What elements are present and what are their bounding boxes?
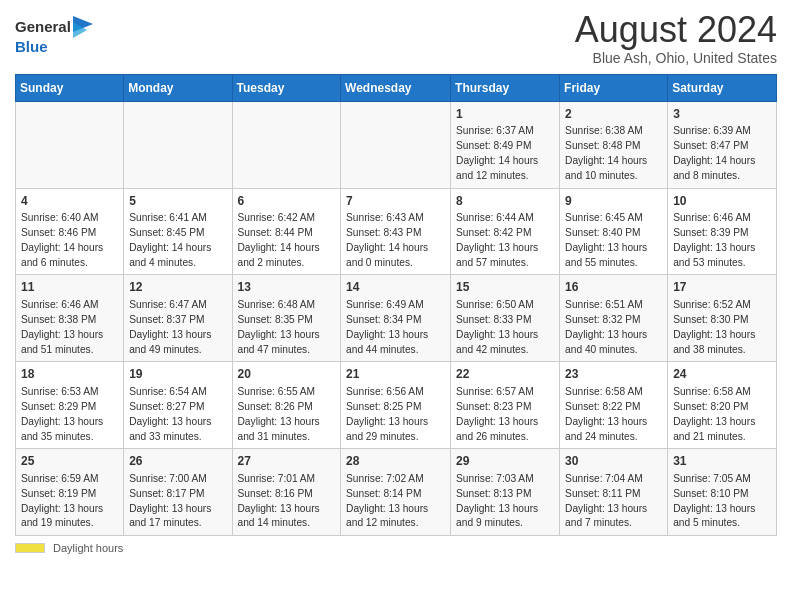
calendar-cell: 4Sunrise: 6:40 AM Sunset: 8:46 PM Daylig…	[16, 188, 124, 275]
calendar-table: SundayMondayTuesdayWednesdayThursdayFrid…	[15, 74, 777, 537]
day-info: Sunrise: 6:47 AM Sunset: 8:37 PM Dayligh…	[129, 298, 226, 357]
day-number: 26	[129, 453, 226, 470]
logo: General Blue	[15, 16, 93, 56]
calendar-cell: 1Sunrise: 6:37 AM Sunset: 8:49 PM Daylig…	[451, 101, 560, 188]
day-info: Sunrise: 6:52 AM Sunset: 8:30 PM Dayligh…	[673, 298, 771, 357]
day-info: Sunrise: 7:01 AM Sunset: 8:16 PM Dayligh…	[238, 472, 336, 531]
day-number: 22	[456, 366, 554, 383]
calendar-cell: 23Sunrise: 6:58 AM Sunset: 8:22 PM Dayli…	[560, 362, 668, 449]
day-info: Sunrise: 7:05 AM Sunset: 8:10 PM Dayligh…	[673, 472, 771, 531]
calendar-cell: 19Sunrise: 6:54 AM Sunset: 8:27 PM Dayli…	[124, 362, 232, 449]
day-info: Sunrise: 6:46 AM Sunset: 8:38 PM Dayligh…	[21, 298, 118, 357]
day-number: 18	[21, 366, 118, 383]
day-number: 23	[565, 366, 662, 383]
day-number: 29	[456, 453, 554, 470]
day-info: Sunrise: 6:45 AM Sunset: 8:40 PM Dayligh…	[565, 211, 662, 270]
day-info: Sunrise: 6:48 AM Sunset: 8:35 PM Dayligh…	[238, 298, 336, 357]
day-number: 28	[346, 453, 445, 470]
day-number: 2	[565, 106, 662, 123]
page-title: August 2024	[575, 10, 777, 50]
calendar-cell: 14Sunrise: 6:49 AM Sunset: 8:34 PM Dayli…	[341, 275, 451, 362]
day-info: Sunrise: 6:58 AM Sunset: 8:20 PM Dayligh…	[673, 385, 771, 444]
day-info: Sunrise: 6:43 AM Sunset: 8:43 PM Dayligh…	[346, 211, 445, 270]
logo-blue-text: Blue	[15, 38, 48, 55]
calendar-week-row: 1Sunrise: 6:37 AM Sunset: 8:49 PM Daylig…	[16, 101, 777, 188]
calendar-cell	[124, 101, 232, 188]
day-info: Sunrise: 6:41 AM Sunset: 8:45 PM Dayligh…	[129, 211, 226, 270]
day-number: 31	[673, 453, 771, 470]
calendar-cell: 18Sunrise: 6:53 AM Sunset: 8:29 PM Dayli…	[16, 362, 124, 449]
calendar-cell: 22Sunrise: 6:57 AM Sunset: 8:23 PM Dayli…	[451, 362, 560, 449]
day-info: Sunrise: 6:53 AM Sunset: 8:29 PM Dayligh…	[21, 385, 118, 444]
day-info: Sunrise: 6:55 AM Sunset: 8:26 PM Dayligh…	[238, 385, 336, 444]
day-number: 16	[565, 279, 662, 296]
calendar-week-row: 18Sunrise: 6:53 AM Sunset: 8:29 PM Dayli…	[16, 362, 777, 449]
calendar-day-header: Wednesday	[341, 74, 451, 101]
day-info: Sunrise: 6:54 AM Sunset: 8:27 PM Dayligh…	[129, 385, 226, 444]
calendar-cell: 7Sunrise: 6:43 AM Sunset: 8:43 PM Daylig…	[341, 188, 451, 275]
day-info: Sunrise: 6:51 AM Sunset: 8:32 PM Dayligh…	[565, 298, 662, 357]
calendar-day-header: Tuesday	[232, 74, 341, 101]
day-number: 19	[129, 366, 226, 383]
day-info: Sunrise: 6:59 AM Sunset: 8:19 PM Dayligh…	[21, 472, 118, 531]
day-info: Sunrise: 6:50 AM Sunset: 8:33 PM Dayligh…	[456, 298, 554, 357]
day-info: Sunrise: 7:02 AM Sunset: 8:14 PM Dayligh…	[346, 472, 445, 531]
calendar-cell: 6Sunrise: 6:42 AM Sunset: 8:44 PM Daylig…	[232, 188, 341, 275]
calendar-cell: 12Sunrise: 6:47 AM Sunset: 8:37 PM Dayli…	[124, 275, 232, 362]
calendar-cell: 3Sunrise: 6:39 AM Sunset: 8:47 PM Daylig…	[668, 101, 777, 188]
day-number: 1	[456, 106, 554, 123]
calendar-week-row: 11Sunrise: 6:46 AM Sunset: 8:38 PM Dayli…	[16, 275, 777, 362]
day-number: 4	[21, 193, 118, 210]
day-number: 21	[346, 366, 445, 383]
day-info: Sunrise: 6:56 AM Sunset: 8:25 PM Dayligh…	[346, 385, 445, 444]
calendar-cell: 8Sunrise: 6:44 AM Sunset: 8:42 PM Daylig…	[451, 188, 560, 275]
calendar-cell: 20Sunrise: 6:55 AM Sunset: 8:26 PM Dayli…	[232, 362, 341, 449]
day-info: Sunrise: 6:46 AM Sunset: 8:39 PM Dayligh…	[673, 211, 771, 270]
day-info: Sunrise: 6:49 AM Sunset: 8:34 PM Dayligh…	[346, 298, 445, 357]
day-info: Sunrise: 6:44 AM Sunset: 8:42 PM Dayligh…	[456, 211, 554, 270]
calendar-cell	[341, 101, 451, 188]
calendar-cell: 21Sunrise: 6:56 AM Sunset: 8:25 PM Dayli…	[341, 362, 451, 449]
calendar-cell: 13Sunrise: 6:48 AM Sunset: 8:35 PM Dayli…	[232, 275, 341, 362]
day-number: 10	[673, 193, 771, 210]
page-subtitle: Blue Ash, Ohio, United States	[575, 50, 777, 66]
calendar-day-header: Friday	[560, 74, 668, 101]
calendar-header-row: SundayMondayTuesdayWednesdayThursdayFrid…	[16, 74, 777, 101]
day-number: 14	[346, 279, 445, 296]
day-number: 3	[673, 106, 771, 123]
calendar-cell: 31Sunrise: 7:05 AM Sunset: 8:10 PM Dayli…	[668, 449, 777, 536]
calendar-cell	[232, 101, 341, 188]
calendar-day-header: Sunday	[16, 74, 124, 101]
logo-icon	[73, 16, 93, 38]
calendar-cell: 10Sunrise: 6:46 AM Sunset: 8:39 PM Dayli…	[668, 188, 777, 275]
day-info: Sunrise: 7:00 AM Sunset: 8:17 PM Dayligh…	[129, 472, 226, 531]
calendar-cell: 16Sunrise: 6:51 AM Sunset: 8:32 PM Dayli…	[560, 275, 668, 362]
day-number: 30	[565, 453, 662, 470]
calendar-cell	[16, 101, 124, 188]
calendar-week-row: 25Sunrise: 6:59 AM Sunset: 8:19 PM Dayli…	[16, 449, 777, 536]
day-info: Sunrise: 6:38 AM Sunset: 8:48 PM Dayligh…	[565, 124, 662, 183]
day-info: Sunrise: 6:40 AM Sunset: 8:46 PM Dayligh…	[21, 211, 118, 270]
calendar-cell: 27Sunrise: 7:01 AM Sunset: 8:16 PM Dayli…	[232, 449, 341, 536]
calendar-cell: 25Sunrise: 6:59 AM Sunset: 8:19 PM Dayli…	[16, 449, 124, 536]
calendar-cell: 24Sunrise: 6:58 AM Sunset: 8:20 PM Dayli…	[668, 362, 777, 449]
day-number: 5	[129, 193, 226, 210]
footer: Daylight hours	[15, 542, 777, 554]
day-number: 15	[456, 279, 554, 296]
day-info: Sunrise: 6:42 AM Sunset: 8:44 PM Dayligh…	[238, 211, 336, 270]
calendar-day-header: Saturday	[668, 74, 777, 101]
day-number: 24	[673, 366, 771, 383]
day-info: Sunrise: 6:37 AM Sunset: 8:49 PM Dayligh…	[456, 124, 554, 183]
daylight-label: Daylight hours	[53, 542, 123, 554]
logo-general-text: General	[15, 19, 71, 36]
day-number: 12	[129, 279, 226, 296]
title-area: August 2024 Blue Ash, Ohio, United State…	[575, 10, 777, 66]
day-number: 9	[565, 193, 662, 210]
day-number: 13	[238, 279, 336, 296]
day-number: 25	[21, 453, 118, 470]
calendar-cell: 5Sunrise: 6:41 AM Sunset: 8:45 PM Daylig…	[124, 188, 232, 275]
day-number: 11	[21, 279, 118, 296]
calendar-week-row: 4Sunrise: 6:40 AM Sunset: 8:46 PM Daylig…	[16, 188, 777, 275]
header: General Blue August 2024 Blue Ash, Ohio,…	[15, 10, 777, 66]
calendar-cell: 11Sunrise: 6:46 AM Sunset: 8:38 PM Dayli…	[16, 275, 124, 362]
